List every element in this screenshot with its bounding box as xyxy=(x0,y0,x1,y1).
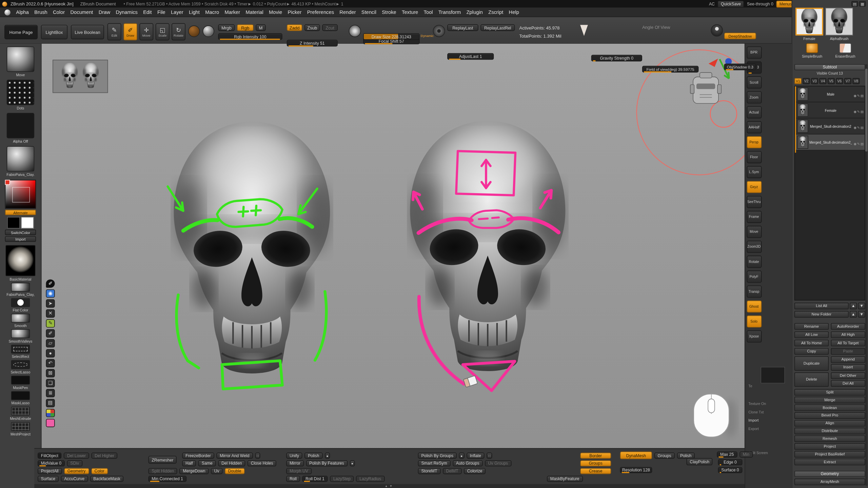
option-button[interactable]: Colorize xyxy=(464,468,486,474)
option-button[interactable]: Surface xyxy=(38,476,59,482)
option-button[interactable]: ProjectAll xyxy=(38,468,62,474)
current-texture-thumb[interactable]: FabioPaiva_Clay. xyxy=(4,146,37,177)
option-slider[interactable]: Max 25 xyxy=(717,451,737,458)
trash-icon[interactable]: ⊠ xyxy=(46,369,55,377)
solo-toggle[interactable]: Solo xyxy=(747,316,762,328)
delete-button[interactable]: Delete xyxy=(794,372,829,387)
transparency-toggle[interactable]: Transp xyxy=(747,285,762,298)
menu-item[interactable]: Transform xyxy=(438,9,461,15)
option-button[interactable]: DelMT xyxy=(443,468,462,474)
paint-icon[interactable]: ✎ xyxy=(857,94,860,98)
option-button[interactable]: Polish xyxy=(677,453,695,459)
draw-mode-button[interactable]: ✐ Draw xyxy=(123,23,137,41)
folder-icon[interactable]: ▤ xyxy=(861,94,864,98)
brush-item[interactable]: MeshProject xyxy=(3,422,38,436)
material-item[interactable]: Flat Color xyxy=(3,298,38,312)
home-page-button[interactable]: Home Page xyxy=(4,25,38,39)
gxyz-toggle[interactable]: Gxyz xyxy=(747,181,762,193)
left-skull-model[interactable] xyxy=(174,122,330,373)
option-toggle[interactable]: Border xyxy=(580,453,611,459)
subtool-row[interactable]: Merged_Skull-decimation2 ◉✎▤ xyxy=(795,118,865,134)
current-material-thumb[interactable] xyxy=(5,245,35,276)
menu-item[interactable]: Document xyxy=(70,9,93,15)
right-skull-model[interactable] xyxy=(410,121,565,371)
scroll-button[interactable]: Scroll xyxy=(747,76,762,88)
option-button[interactable]: Split Hidden xyxy=(149,468,178,474)
fov-slider[interactable]: Field of view(deg) 39.59775 xyxy=(642,66,699,73)
subtool-row[interactable]: Male ◉✎▤ xyxy=(795,86,865,102)
menu-item[interactable]: Stencil xyxy=(361,9,376,15)
option-button[interactable]: Inflate xyxy=(467,453,485,459)
folder-icon[interactable]: ▤ xyxy=(861,142,864,146)
rotate-mode-button[interactable]: ↻ Rotate xyxy=(172,23,185,41)
subtool-action-button[interactable]: Split xyxy=(794,389,865,396)
folder-icon[interactable]: ▤ xyxy=(861,126,864,129)
pink-swatch[interactable] xyxy=(46,419,55,427)
option-button[interactable]: Color xyxy=(91,468,108,474)
scale-mode-button[interactable]: ◱ Scale xyxy=(156,23,170,41)
subtool-action-button[interactable]: Bevel Pro xyxy=(794,412,865,419)
dynamesh-button[interactable]: DynaMesh xyxy=(620,451,652,459)
option-button[interactable]: MergeDown xyxy=(180,468,209,474)
current-material-icon[interactable] xyxy=(203,25,214,37)
alpha-brush-thumb[interactable] xyxy=(825,8,853,36)
del-all-button[interactable]: Del All xyxy=(831,380,865,387)
panel-dock-icon[interactable]: ▤ xyxy=(851,1,858,6)
persp-toggle[interactable]: Persp xyxy=(747,136,762,148)
option-button[interactable]: Unify xyxy=(286,453,302,459)
layers-icon[interactable]: ≣ xyxy=(46,389,55,397)
subtool-action-button[interactable]: Boolean xyxy=(794,404,865,411)
menu-item[interactable]: Render xyxy=(339,9,356,15)
folder-icon[interactable]: ▤ xyxy=(861,110,864,114)
option-button[interactable]: AccuCurve xyxy=(61,476,87,482)
option-button[interactable]: Del Lower xyxy=(64,453,89,459)
menu-item[interactable]: Picker xyxy=(288,9,302,15)
option-button[interactable]: Roll Dist 1 xyxy=(302,476,328,482)
option-button[interactable]: FreezeBorder xyxy=(182,453,214,459)
all-to-home-button[interactable]: All To Home xyxy=(794,340,829,346)
option-button[interactable]: Auto Groups xyxy=(453,460,482,466)
option-button[interactable]: Morph UV xyxy=(286,468,312,474)
menu-item[interactable]: Marker xyxy=(224,9,240,15)
subtool-version-tab[interactable]: V7 xyxy=(844,78,851,84)
menu-item[interactable]: Edit xyxy=(143,9,152,15)
surface-slider[interactable]: Surface 0 xyxy=(718,467,743,473)
option-button[interactable]: Geometry xyxy=(64,468,89,474)
dynamic-toggle[interactable]: Dynamic xyxy=(421,34,434,38)
secondary-color-swatch[interactable] xyxy=(21,217,34,228)
zremesher-button[interactable]: ZRemesher xyxy=(149,456,177,464)
actual-size-button[interactable]: Actual xyxy=(747,106,762,118)
option-button[interactable]: StoreMT xyxy=(418,468,441,474)
subtool-header[interactable]: Subtool xyxy=(794,64,865,70)
option-button[interactable]: LazyStep xyxy=(330,476,354,482)
zsub-button[interactable]: Zsub xyxy=(304,24,320,31)
option-toggle[interactable]: Crease xyxy=(580,468,611,474)
zcut-button[interactable]: Zcut xyxy=(322,24,338,31)
subtool-action-button[interactable]: Remesh xyxy=(794,435,865,442)
duplicate-button[interactable]: Duplicate xyxy=(794,356,829,370)
list-all-button[interactable]: List All xyxy=(794,303,849,309)
draw-size-slider[interactable]: Draw Size 228.31243 xyxy=(363,33,420,40)
append-button[interactable]: Append xyxy=(831,356,865,363)
menu-item[interactable]: Stroke xyxy=(382,9,396,15)
brush-item[interactable]: MeshExtrude xyxy=(3,407,38,421)
menu-item[interactable]: Movie xyxy=(269,9,282,15)
current-tool-thumb[interactable] xyxy=(795,8,823,36)
visibility-icon[interactable]: ◉ xyxy=(46,289,55,298)
material-color-icon[interactable] xyxy=(188,25,200,37)
option-button[interactable]: Smart ReSym xyxy=(418,460,451,466)
option-button[interactable]: Half xyxy=(182,460,196,466)
paint-icon[interactable]: ✎ xyxy=(857,110,860,114)
menu-item[interactable]: Color xyxy=(53,9,65,15)
visibility-icon[interactable]: ◉ xyxy=(854,126,857,129)
menu-item[interactable]: Dynamics xyxy=(116,9,138,15)
option-button[interactable]: ∷ xyxy=(255,453,260,459)
brush-item[interactable]: MaskPen xyxy=(3,376,38,390)
option-button[interactable]: Groups xyxy=(654,453,675,459)
current-stroke-thumb[interactable]: Dots xyxy=(4,80,37,110)
option-button[interactable]: MaskByFeature xyxy=(547,476,583,482)
geometry-header[interactable]: Geometry xyxy=(794,471,865,477)
main-color-swatch[interactable] xyxy=(7,217,20,228)
polyframe-toggle[interactable]: PolyF xyxy=(747,270,762,283)
pencil-icon[interactable]: ✐ xyxy=(46,329,55,337)
